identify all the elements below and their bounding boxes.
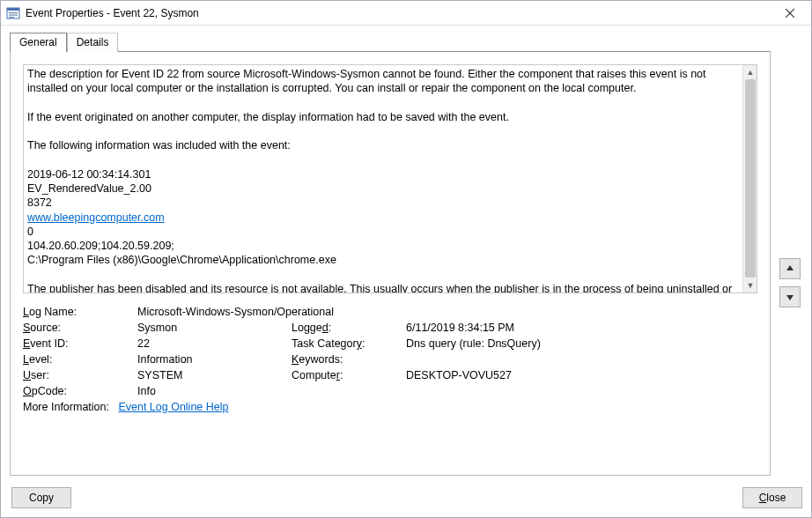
description-scrollbar[interactable]: ▲ ▼ [742, 65, 757, 292]
tab-general-page: The description for Event ID 22 from sou… [10, 51, 771, 476]
scroll-up-icon[interactable]: ▲ [743, 65, 757, 79]
close-icon [786, 9, 794, 18]
log-name-value: Microsoft-Windows-Sysmon/Operational [137, 306, 757, 318]
keywords-value [406, 353, 757, 366]
desc-para-4: The publisher has been disabled and its … [27, 282, 739, 292]
svg-rect-2 [9, 12, 18, 13]
properties-grid: Log Name: Microsoft-Windows-Sysmon/Opera… [23, 306, 757, 397]
titlebar: Event Properties - Event 22, Sysmon [1, 1, 811, 26]
tabstrip: General Details [10, 33, 771, 52]
source-label: Source: [23, 322, 137, 334]
app-icon [6, 6, 20, 20]
level-value: Information [137, 353, 292, 366]
svg-rect-3 [9, 14, 18, 15]
prev-event-button[interactable] [779, 258, 801, 279]
desc-line-domain-link[interactable]: www.bleepingcomputer.com [27, 211, 165, 224]
desc-para-1: The description for Event ID 22 from sou… [27, 67, 739, 96]
svg-rect-4 [9, 17, 14, 18]
desc-para-3: The following information was included w… [27, 138, 739, 152]
user-label: User: [23, 369, 137, 381]
description-content[interactable]: The description for Event ID 22 from sou… [24, 65, 742, 292]
logged-label: Logged: [292, 322, 406, 334]
logged-value: 6/11/2019 8:34:15 PM [406, 322, 757, 334]
description-box: The description for Event ID 22 from sou… [23, 64, 757, 293]
scroll-thumb[interactable] [745, 79, 756, 278]
source-value: Sysmon [137, 322, 292, 334]
arrow-down-icon [786, 292, 794, 301]
next-event-button[interactable] [779, 286, 801, 307]
event-id-value: 22 [137, 337, 292, 350]
opcode-value: Info [137, 385, 757, 397]
computer-label: Computer: [292, 369, 406, 381]
desc-line-rendered-value: EV_RenderedValue_2.00 [27, 181, 739, 196]
task-category-value: Dns query (rule: DnsQuery) [406, 337, 757, 350]
arrow-up-icon [786, 264, 794, 273]
window-close-button[interactable] [772, 2, 808, 25]
content-area: General Details The description for Even… [1, 26, 811, 484]
window-title: Event Properties - Event 22, Sysmon [26, 7, 772, 19]
opcode-label: OpCode: [23, 385, 137, 397]
desc-para-2: If the event originated on another compu… [27, 110, 739, 124]
desc-line-ips: 104.20.60.209;104.20.59.209; [27, 239, 739, 253]
task-category-label: Task Category: [292, 337, 406, 350]
scroll-down-icon[interactable]: ▼ [743, 278, 757, 292]
nav-column [778, 33, 802, 477]
close-button[interactable]: Close [742, 487, 802, 508]
more-info-link[interactable]: Event Log Online Help [118, 401, 228, 413]
copy-button[interactable]: Copy [11, 487, 71, 508]
event-id-label: Event ID: [23, 337, 137, 350]
svg-rect-1 [7, 8, 19, 11]
level-label: Level: [23, 353, 137, 366]
tab-general[interactable]: General [10, 33, 67, 53]
desc-line-zero: 0 [27, 225, 739, 239]
computer-value: DESKTOP-VOVU527 [406, 369, 757, 381]
desc-line-path: C:\Program Files (x86)\Google\Chrome\App… [27, 253, 739, 267]
event-properties-window: Event Properties - Event 22, Sysmon Gene… [0, 0, 812, 518]
more-info-label: More Information: [23, 401, 109, 413]
keywords-label: Keywords: [292, 353, 406, 366]
tab-details[interactable]: Details [67, 33, 119, 52]
desc-line-timestamp: 2019-06-12 00:34:14.301 [27, 167, 739, 181]
user-value: SYSTEM [137, 369, 292, 381]
footer: Copy Close [1, 484, 811, 517]
main-column: General Details The description for Even… [10, 33, 771, 477]
desc-line-pid: 8372 [27, 196, 739, 210]
more-info-row: More Information: Event Log Online Help [23, 401, 757, 413]
log-name-label: Log Name: [23, 306, 137, 318]
